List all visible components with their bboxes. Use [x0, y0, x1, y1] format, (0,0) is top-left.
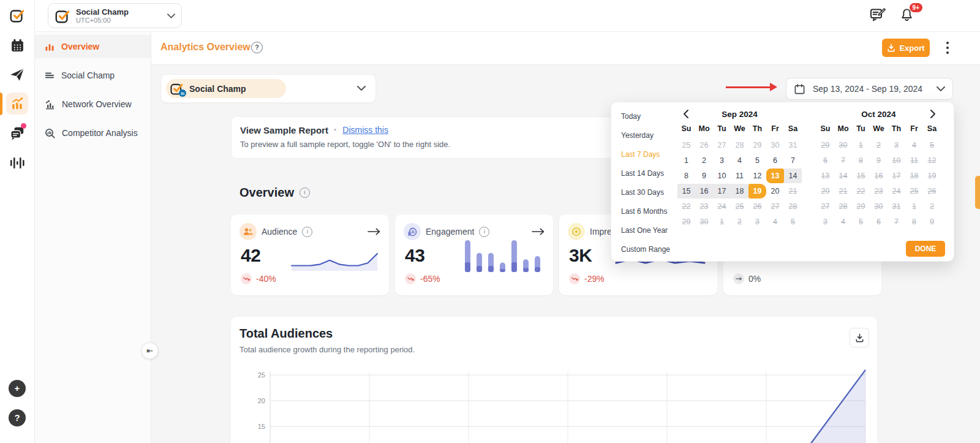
calendar-day[interactable]: 8 [852, 153, 870, 168]
analytics-nav-icon[interactable] [6, 93, 28, 115]
calendar-day[interactable]: 4 [905, 138, 923, 153]
calendar-preset-last-7-days[interactable]: Last 7 Days [621, 148, 680, 161]
calendar-day[interactable]: 14 [784, 168, 802, 183]
sidebar-item-overview[interactable]: Overview [34, 35, 151, 58]
calendar-day[interactable]: 10 [713, 168, 731, 183]
calendar-day[interactable]: 30 [695, 214, 713, 229]
calendar-day[interactable]: 1 [852, 138, 870, 153]
add-button[interactable]: + [9, 380, 26, 397]
calendar-day[interactable]: 3 [713, 153, 731, 168]
calendar-day[interactable]: 16 [870, 168, 888, 183]
calendar-day[interactable]: 9 [870, 153, 888, 168]
calendar-day[interactable]: 9 [695, 168, 713, 183]
calendar-day[interactable]: 17 [888, 168, 905, 183]
calendar-day[interactable]: 22 [677, 199, 695, 214]
calendar-day[interactable]: 5 [923, 138, 941, 153]
calendar-day[interactable]: 2 [870, 138, 888, 153]
info-icon[interactable]: i [302, 227, 312, 237]
calendar-day[interactable]: 28 [784, 199, 802, 214]
calendar-day[interactable]: 30 [834, 138, 852, 153]
calendar-day[interactable]: 7 [784, 153, 802, 168]
calendar-day[interactable]: 16 [695, 184, 713, 199]
arrow-right-icon[interactable] [368, 228, 380, 235]
calendar-day[interactable]: 28 [731, 138, 748, 153]
calendar-day[interactable]: 29 [677, 214, 695, 229]
calendar-day[interactable]: 19 [923, 168, 941, 183]
help-button[interactable]: ? [9, 409, 26, 426]
calendar-day[interactable]: 27 [816, 199, 834, 214]
calendar-day[interactable]: 15 [677, 184, 695, 199]
calendar-day[interactable]: 29 [816, 138, 834, 153]
calendar-day[interactable]: 1 [713, 214, 731, 229]
calendar-preset-last-one-year[interactable]: Last One Year [621, 224, 680, 237]
calendar-day[interactable]: 31 [784, 138, 802, 153]
calendar-preset-custom-range[interactable]: Custom Range [621, 243, 680, 256]
calendar-day[interactable]: 29 [748, 138, 766, 153]
calendar-preset-last-14-days[interactable]: Last 14 Days [621, 167, 680, 180]
calendar-day[interactable]: 18 [905, 168, 923, 183]
calendar-day[interactable]: 6 [766, 153, 784, 168]
calendar-day[interactable]: 24 [713, 199, 731, 214]
sidebar-item-competitor-analysis[interactable]: Competitor Analysis [34, 121, 151, 145]
calendar-day[interactable]: 12 [748, 168, 766, 183]
calendar-day[interactable]: 7 [834, 153, 852, 168]
calendar-day[interactable]: 13 [816, 168, 834, 183]
calendar-day[interactable]: 25 [677, 138, 695, 153]
page-help-icon[interactable]: ? [251, 42, 263, 53]
calendar-day[interactable]: 19 [748, 184, 766, 199]
calendar-day[interactable]: 4 [731, 153, 748, 168]
date-range-picker[interactable]: Sep 13, 2024 - Sep 19, 2024 [786, 78, 953, 100]
inbox-nav-icon[interactable] [9, 125, 25, 141]
calendar-day[interactable]: 27 [766, 199, 784, 214]
calendar-day[interactable]: 10 [888, 153, 905, 168]
calendar-day[interactable]: 3 [888, 138, 905, 153]
socialchamp-logo-icon[interactable] [9, 7, 25, 23]
calendar-day[interactable]: 1 [905, 199, 923, 214]
calendar-day[interactable]: 28 [834, 199, 852, 214]
calendar-day[interactable]: 26 [695, 138, 713, 153]
calendar-day[interactable]: 4 [834, 214, 852, 229]
calendar-day[interactable]: 5 [852, 214, 870, 229]
calendar-day[interactable]: 8 [677, 168, 695, 183]
calendar-day[interactable]: 21 [834, 184, 852, 199]
export-button[interactable]: Export [882, 39, 930, 57]
calendar-preset-yesterday[interactable]: Yesterday [621, 129, 680, 142]
calendar-day[interactable]: 5 [784, 214, 802, 229]
calendar-day[interactable]: 2 [695, 153, 713, 168]
calendar-day[interactable]: 14 [834, 168, 852, 183]
calendar-day[interactable]: 13 [766, 168, 784, 183]
calendar-day[interactable]: 26 [923, 184, 941, 199]
calendar-day[interactable]: 31 [888, 199, 905, 214]
calendar-day[interactable]: 29 [852, 199, 870, 214]
calendar-day[interactable]: 3 [748, 214, 766, 229]
calendar-day[interactable]: 21 [784, 184, 802, 199]
workspace-selector[interactable]: Social Champ UTC+05:00 [48, 3, 182, 28]
calendar-day[interactable]: 20 [766, 184, 784, 199]
calendar-day[interactable]: 4 [766, 214, 784, 229]
download-chart-button[interactable] [850, 328, 869, 347]
notifications-bell-icon[interactable]: 9+ [898, 7, 915, 23]
calendar-day[interactable]: 24 [888, 184, 905, 199]
listening-nav-icon[interactable] [9, 155, 25, 171]
calendar-preset-last-30-days[interactable]: Last 30 Days [621, 186, 680, 199]
sidebar-item-social-champ[interactable]: Social Champ [34, 64, 151, 87]
calendar-day[interactable]: 3 [816, 214, 834, 229]
calendar-day[interactable]: 17 [713, 184, 731, 199]
calendar-day[interactable]: 9 [923, 214, 941, 229]
sidebar-item-network-overview[interactable]: Network Overview [34, 93, 151, 116]
dismiss-link[interactable]: Dismiss this [342, 125, 388, 135]
calendar-day[interactable]: 30 [870, 199, 888, 214]
calendar-preset-today[interactable]: Today [621, 110, 680, 123]
arrow-right-icon[interactable] [532, 228, 545, 235]
calendar-day[interactable]: 23 [695, 199, 713, 214]
calendar-day[interactable]: 12 [923, 153, 941, 168]
calendar-day[interactable]: 2 [731, 214, 748, 229]
calendar-day[interactable]: 2 [923, 199, 941, 214]
calendar-day[interactable]: 7 [888, 214, 905, 229]
calendar-day[interactable]: 25 [731, 199, 748, 214]
calendar-day[interactable]: 1 [677, 153, 695, 168]
calendar-day[interactable]: 15 [852, 168, 870, 183]
feedback-compose-icon[interactable] [869, 7, 886, 23]
sidebar-collapse-button[interactable]: ⇤ [141, 343, 158, 359]
calendar-day[interactable]: 25 [905, 184, 923, 199]
